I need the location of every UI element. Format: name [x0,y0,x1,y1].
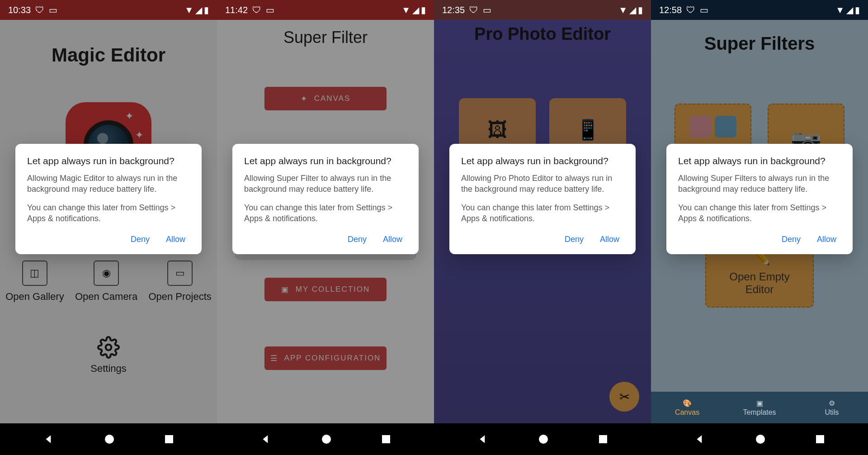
dialog-line-2: You can change this later from Settings … [461,202,624,224]
permission-dialog: Let app always run in background? Allowi… [666,144,853,254]
sparkle-icon: ✦ [301,94,308,104]
home-icon[interactable] [321,434,332,445]
allow-button[interactable]: Allow [598,231,621,248]
recents-icon[interactable] [381,434,391,444]
nav-canvas[interactable]: 🎨 Canvas [651,392,723,423]
shield-icon: 🛡 [35,5,44,15]
shield-icon: 🛡 [469,5,478,15]
allow-button[interactable]: Allow [815,231,838,248]
image-icon: ▣ [756,399,763,408]
dialog-line-1: Allowing Magic Editor to always run in t… [27,173,190,195]
svg-point-7 [756,435,765,444]
canvas-button[interactable]: ✦ CANVAS [264,87,387,110]
battery-icon: ▮ [638,5,643,15]
recents-icon[interactable] [815,434,825,444]
svg-rect-8 [816,435,824,443]
signal-icon: ◢ [412,5,419,15]
shield-icon: 🛡 [686,5,695,15]
wifi-icon: ▼ [184,5,193,15]
home-icon[interactable] [104,434,115,445]
dialog-title: Let app always run in background? [678,156,841,166]
image-icon: ▣ [281,285,289,294]
wifi-icon: ▼ [401,5,410,15]
back-icon[interactable] [43,433,55,445]
app-title: Super Filter [217,28,434,47]
status-time: 12:58 [659,5,682,15]
mini-icon [689,116,711,137]
app-title: Pro Photo Editor [434,24,651,44]
nav-templates[interactable]: ▣ Templates [723,392,796,423]
bottom-nav: 🎨 Canvas ▣ Templates ⚙ Utils [651,392,868,423]
recents-icon[interactable] [598,434,608,444]
back-icon[interactable] [477,433,489,445]
signal-icon: ◢ [629,5,636,15]
wifi-icon: ▼ [618,5,627,15]
app-configuration-button[interactable]: ☰ APP CONFIGURATION [264,346,387,370]
permission-dialog: Let app always run in background? Allowi… [449,144,636,254]
signal-icon: ◢ [846,5,853,15]
open-gallery-button[interactable]: ◫ Open Gallery [5,261,64,303]
permission-dialog: Let app always run in background? Allowi… [15,144,202,254]
deny-button[interactable]: Deny [346,231,368,248]
palette-icon: 🎨 [683,399,692,408]
card-icon: ▭ [49,5,57,15]
item-label: Open Camera [75,290,137,303]
home-icon[interactable] [755,434,766,445]
signal-icon: ◢ [195,5,202,15]
back-icon[interactable] [260,433,272,445]
recents-icon[interactable] [164,434,174,444]
dialog-title: Let app always run in background? [461,156,624,166]
status-bar: 12:35 🛡 ▭ ▼ ◢ ▮ [434,0,651,20]
nav-utils[interactable]: ⚙ Utils [796,392,868,423]
battery-icon: ▮ [421,5,426,15]
status-bar: 12:58 🛡 ▭ ▼ ◢ ▮ [651,0,868,20]
svg-point-3 [322,435,331,444]
card-icon: ▭ [266,5,274,15]
permission-dialog: Let app always run in background? Allowi… [232,144,419,254]
dialog-title: Let app always run in background? [27,156,190,166]
status-time: 11:42 [225,5,248,15]
nav-label: Templates [743,408,776,417]
svg-point-1 [105,435,114,444]
scissors-icon: ✂ [619,389,630,404]
deny-button[interactable]: Deny [129,231,151,248]
button-label: CANVAS [314,94,351,103]
shield-icon: 🛡 [252,5,261,15]
back-icon[interactable] [694,433,706,445]
allow-button[interactable]: Allow [164,231,187,248]
allow-button[interactable]: Allow [381,231,404,248]
mini-icon [715,116,736,137]
android-nav-bar [0,423,217,455]
edit-fab[interactable]: ✂ [609,382,639,412]
dialog-line-2: You can change this later from Settings … [27,202,190,224]
svg-rect-6 [599,435,607,443]
item-label: Open Projects [148,290,211,303]
my-collection-button[interactable]: ▣ MY COLLECTION [264,278,387,301]
home-icon[interactable] [538,434,549,445]
nav-label: Canvas [675,408,699,417]
gear-icon [96,335,121,360]
open-projects-button[interactable]: ▭ Open Projects [148,261,211,303]
app-title: Magic Editor [0,44,217,66]
camera-icon: ◉ [94,261,119,286]
open-camera-button[interactable]: ◉ Open Camera [75,261,137,303]
settings-button[interactable]: Settings [0,335,217,374]
status-bar: 10:33 🛡 ▭ ▼ ◢ ▮ [0,0,217,20]
nav-label: Utils [825,408,839,417]
svg-point-0 [106,344,112,350]
svg-point-5 [539,435,548,444]
card-icon: ▭ [483,5,491,15]
tile-label: Open Empty Editor [715,270,804,296]
app-title: Super Filters [651,33,868,54]
projects-icon: ▭ [167,261,193,286]
battery-icon: ▮ [855,5,860,15]
dialog-title: Let app always run in background? [244,156,407,166]
settings-label: Settings [0,363,217,374]
dialog-line-2: You can change this later from Settings … [244,202,407,224]
android-nav-bar [217,423,434,455]
deny-button[interactable]: Deny [563,231,585,248]
deny-button[interactable]: Deny [780,231,802,248]
dialog-line-2: You can change this later from Settings … [678,202,841,224]
button-label: MY COLLECTION [296,285,370,294]
dialog-line-1: Allowing Super Filter to always run in t… [244,173,407,195]
